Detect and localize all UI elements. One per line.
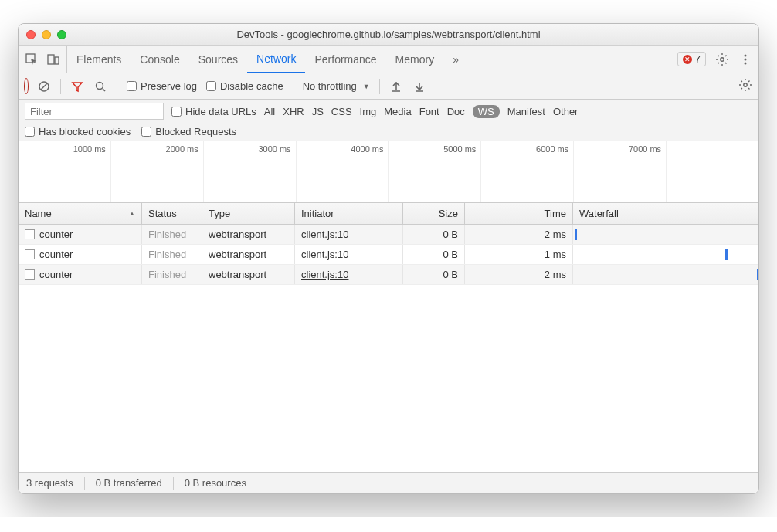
row-waterfall [573, 225, 758, 244]
hide-data-urls-checkbox[interactable]: Hide data URLs [171, 106, 256, 117]
row-status: Finished [142, 245, 202, 264]
row-time: 1 ms [465, 245, 573, 264]
filter-bar: Hide data URLs AllXHRJSCSSImgMediaFontDo… [19, 100, 758, 141]
row-initiator[interactable]: client.js:10 [295, 245, 403, 264]
hide-data-urls-label: Hide data URLs [185, 106, 256, 117]
row-waterfall [573, 265, 758, 284]
error-count-badge[interactable]: ✕ 7 [677, 52, 706, 66]
svg-point-9 [97, 82, 103, 89]
titlebar: DevTools - googlechrome.github.io/sample… [19, 24, 758, 46]
col-status[interactable]: Status [142, 203, 202, 224]
filter-type-media[interactable]: Media [384, 106, 411, 117]
timeline-tick: 1000 ms [19, 141, 111, 202]
network-settings-icon[interactable] [738, 78, 752, 92]
svg-point-3 [721, 57, 724, 60]
row-name: counter [39, 269, 73, 280]
chevron-down-icon: ▼ [363, 83, 370, 90]
row-initiator[interactable]: client.js:10 [295, 225, 403, 244]
blocked-cookies-checkbox[interactable]: Has blocked cookies [25, 126, 131, 137]
tab-console[interactable]: Console [131, 46, 188, 73]
blocked-cookies-label: Has blocked cookies [39, 126, 131, 137]
tab-network[interactable]: Network [247, 46, 305, 73]
timeline-overview[interactable]: 1000 ms2000 ms3000 ms4000 ms5000 ms6000 … [19, 141, 758, 203]
filter-type-img[interactable]: Img [360, 106, 377, 117]
preserve-log-checkbox[interactable]: Preserve log [127, 80, 197, 92]
filter-type-js[interactable]: JS [312, 106, 324, 117]
clear-icon[interactable] [37, 80, 51, 93]
col-type[interactable]: Type [202, 203, 295, 224]
filter-input[interactable] [25, 103, 164, 120]
svg-point-5 [745, 58, 747, 60]
svg-point-6 [745, 62, 747, 64]
more-tabs-button[interactable]: » [443, 46, 468, 73]
devtools-window: DevTools - googlechrome.github.io/sample… [18, 23, 759, 494]
col-waterfall[interactable]: Waterfall [573, 203, 758, 224]
svg-rect-2 [55, 57, 59, 64]
svg-line-10 [103, 89, 105, 91]
col-time[interactable]: Time [465, 203, 573, 224]
col-name[interactable]: Name▲ [19, 203, 142, 224]
filter-type-ws[interactable]: WS [473, 105, 500, 118]
filter-type-xhr[interactable]: XHR [283, 106, 304, 117]
blocked-requests-checkbox[interactable]: Blocked Requests [141, 126, 236, 137]
row-name: counter [39, 229, 73, 240]
status-requests: 3 requests [26, 477, 73, 489]
timeline-tick: 4000 ms [297, 141, 389, 202]
row-size: 0 B [403, 245, 465, 264]
throttling-label: No throttling [303, 80, 357, 92]
timeline-tick: 6000 ms [481, 141, 574, 202]
row-checkbox[interactable] [25, 269, 35, 280]
row-type: webtransport [202, 225, 295, 244]
filter-type-other[interactable]: Other [553, 106, 579, 117]
tab-sources[interactable]: Sources [189, 46, 247, 73]
timeline-tick: 5000 ms [389, 141, 482, 202]
row-type: webtransport [202, 265, 295, 284]
row-status: Finished [142, 225, 202, 244]
device-toolbar-icon[interactable] [46, 53, 60, 66]
preserve-log-label: Preserve log [141, 80, 197, 92]
filter-type-all[interactable]: All [264, 106, 275, 117]
search-icon[interactable] [93, 80, 107, 93]
record-button[interactable] [25, 80, 28, 92]
network-grid: Name▲ Status Type Initiator Size Time Wa… [19, 203, 758, 472]
filter-type-doc[interactable]: Doc [447, 106, 465, 117]
filter-type-font[interactable]: Font [419, 106, 439, 117]
svg-point-4 [745, 54, 747, 56]
row-checkbox[interactable] [25, 249, 35, 259]
svg-point-13 [744, 83, 747, 86]
disable-cache-checkbox[interactable]: Disable cache [206, 80, 283, 92]
tab-memory[interactable]: Memory [386, 46, 444, 73]
table-row[interactable]: counterFinishedwebtransportclient.js:100… [19, 225, 758, 245]
row-initiator[interactable]: client.js:10 [295, 265, 403, 284]
error-icon: ✕ [683, 55, 692, 64]
status-transferred: 0 B transferred [96, 477, 162, 489]
timeline-tick: 3000 ms [204, 141, 297, 202]
panel-tabbar: ElementsConsoleSourcesNetworkPerformance… [19, 46, 758, 73]
row-type: webtransport [202, 245, 295, 264]
row-waterfall [573, 245, 758, 264]
inspect-controls [19, 46, 67, 73]
throttling-select[interactable]: No throttling ▼ [303, 80, 370, 92]
status-bar: 3 requests 0 B transferred 0 B resources [19, 472, 758, 493]
col-size[interactable]: Size [403, 203, 465, 224]
row-size: 0 B [403, 225, 465, 244]
inspect-element-icon[interactable] [25, 53, 39, 66]
blocked-requests-label: Blocked Requests [155, 126, 236, 137]
tab-performance[interactable]: Performance [305, 46, 385, 73]
tab-elements[interactable]: Elements [67, 46, 131, 73]
table-row[interactable]: counterFinishedwebtransportclient.js:100… [19, 265, 758, 285]
row-size: 0 B [403, 265, 465, 284]
row-time: 2 ms [465, 225, 573, 244]
grid-header: Name▲ Status Type Initiator Size Time Wa… [19, 203, 758, 225]
col-initiator[interactable]: Initiator [295, 203, 403, 224]
panel-tabs: ElementsConsoleSourcesNetworkPerformance… [67, 46, 443, 73]
kebab-menu-icon[interactable] [738, 53, 752, 66]
download-har-icon[interactable] [412, 80, 426, 93]
row-checkbox[interactable] [25, 229, 35, 239]
settings-icon[interactable] [715, 53, 729, 66]
filter-type-manifest[interactable]: Manifest [507, 106, 545, 117]
table-row[interactable]: counterFinishedwebtransportclient.js:100… [19, 245, 758, 265]
filter-type-css[interactable]: CSS [331, 106, 352, 117]
upload-har-icon[interactable] [389, 80, 403, 93]
filter-icon[interactable] [70, 80, 84, 93]
